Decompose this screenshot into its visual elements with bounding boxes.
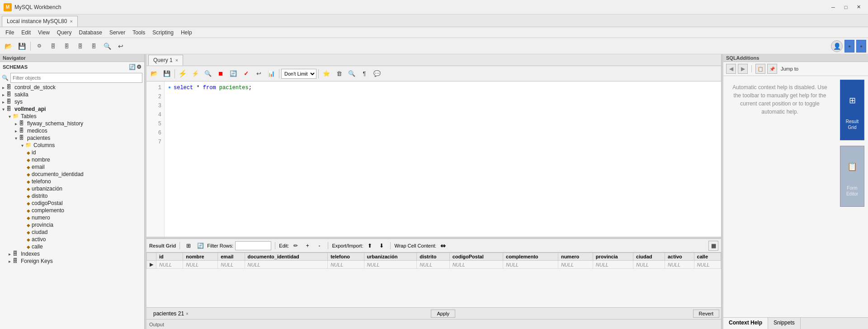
nav-forward-btn[interactable]: ▶ <box>738 64 748 74</box>
menu-tools[interactable]: Tools <box>129 29 149 37</box>
cell-codigopostal[interactable]: NULL <box>449 261 503 269</box>
q-refresh-btn[interactable]: 🔄 <box>227 68 239 80</box>
cell-telefono[interactable]: NULL <box>328 261 364 269</box>
rt-export-btn[interactable]: ⬆ <box>365 241 375 251</box>
cell-provincia[interactable]: NULL <box>593 261 633 269</box>
result-grid-side-btn[interactable]: ⊞ ResultGrid <box>840 80 864 140</box>
col-codigo-postal[interactable]: codigoPostal <box>449 253 503 261</box>
rt-edit-btn[interactable]: ✏ <box>291 241 301 251</box>
tb-view-btn[interactable]: 🗄 <box>60 40 73 52</box>
tree-item[interactable]: ▾📁Tables <box>0 113 144 120</box>
filter-rows-input[interactable] <box>235 241 271 250</box>
rt-grid-icon-btn[interactable]: ⊞ <box>184 241 193 251</box>
col-ciudad[interactable]: ciudad <box>633 253 665 261</box>
menu-edit[interactable]: Edit <box>18 29 34 37</box>
tb-search-btn[interactable]: 🔍 <box>101 40 113 52</box>
result-grid-label[interactable]: Result Grid <box>149 243 176 248</box>
schema-add-icon[interactable]: ⚙ <box>137 64 142 70</box>
tb-save-btn[interactable]: 💾 <box>15 40 28 52</box>
cell-activo[interactable]: NULL <box>665 261 694 269</box>
cell-calle[interactable]: NULL <box>694 261 721 269</box>
maximize-button[interactable]: □ <box>840 3 852 12</box>
tree-collapse-icon[interactable]: ▾ <box>19 143 25 148</box>
cell-distrito[interactable]: NULL <box>417 261 450 269</box>
apply-button[interactable]: Apply <box>431 310 455 318</box>
tree-collapse-icon[interactable]: ▾ <box>6 114 13 119</box>
result-tab-close[interactable]: × <box>186 311 189 316</box>
result-tab[interactable]: pacientes 21 × <box>148 309 193 318</box>
form-editor-side-btn[interactable]: 📋 FormEditor <box>840 146 864 206</box>
col-numero[interactable]: numero <box>558 253 593 261</box>
q-explain-btn[interactable]: 🔍 <box>202 68 214 80</box>
tb-undo-btn[interactable]: ↩ <box>114 40 127 52</box>
q-open-btn[interactable]: 📂 <box>148 68 160 80</box>
col-nombre[interactable]: nombre <box>183 253 218 261</box>
nav-copy-btn[interactable]: 📋 <box>755 64 765 74</box>
tree-expand-icon[interactable]: ▸ <box>13 129 19 134</box>
cell-complemento[interactable]: NULL <box>503 261 558 269</box>
cell-ciudad[interactable]: NULL <box>633 261 665 269</box>
filter-input[interactable] <box>10 73 142 83</box>
tb-func-btn[interactable]: 🗄 <box>87 40 100 52</box>
tree-item[interactable]: ◆calle <box>0 243 144 250</box>
tree-item[interactable]: ◆ciudad <box>0 229 144 236</box>
tree-collapse-icon[interactable]: ▾ <box>0 107 6 112</box>
tree-item[interactable]: ◆activo <box>0 236 144 243</box>
rt-import-btn[interactable]: ⬇ <box>377 241 387 251</box>
menu-server[interactable]: Server <box>106 29 129 37</box>
tree-item[interactable]: ▾📁Columns <box>0 142 144 149</box>
rt-del-row-btn[interactable]: - <box>314 241 324 251</box>
menu-view[interactable]: View <box>34 29 53 37</box>
tree-item[interactable]: ▾🗄vollmed_api <box>0 105 144 113</box>
tree-item[interactable]: ▸🗄sys <box>0 98 144 105</box>
context-help-tab[interactable]: Context Help <box>723 318 768 329</box>
query-tab-close[interactable]: × <box>175 57 178 63</box>
tree-item[interactable]: ▸🗄control_de_stock <box>0 84 144 91</box>
tree-expand-icon[interactable]: ▸ <box>0 100 6 105</box>
tree-item[interactable]: ▸🗄medicos <box>0 127 144 134</box>
col-email[interactable]: email <box>218 253 245 261</box>
menu-file[interactable]: File <box>2 29 18 37</box>
minimize-button[interactable]: ─ <box>827 3 839 12</box>
menu-database[interactable]: Database <box>75 29 106 37</box>
col-provincia[interactable]: provincia <box>593 253 633 261</box>
q-execute-current-btn[interactable]: ⚡ <box>189 68 201 80</box>
col-telefono[interactable]: telefono <box>328 253 364 261</box>
tree-expand-icon[interactable]: ▸ <box>6 259 13 264</box>
revert-button[interactable]: Revert <box>693 310 719 318</box>
menu-help[interactable]: Help <box>177 29 196 37</box>
q-clear-btn[interactable]: 🗑 <box>333 68 345 80</box>
tb-layout-btn1[interactable]: ▪ <box>844 40 854 52</box>
menu-query[interactable]: Query <box>53 29 75 37</box>
tree-item[interactable]: ◆telefono <box>0 178 144 185</box>
tree-item[interactable]: ▸🗄flyway_schema_history <box>0 120 144 127</box>
rt-wrap-btn[interactable]: ⇔ <box>438 241 448 251</box>
rt-toggle-btn[interactable]: ▦ <box>708 241 718 251</box>
col-documento[interactable]: documento_identidad <box>245 253 328 261</box>
cell-urbanizacion[interactable]: NULL <box>364 261 417 269</box>
menu-scripting[interactable]: Scripting <box>149 29 177 37</box>
q-bookmark-btn[interactable]: ⭐ <box>321 68 332 80</box>
col-id[interactable]: id <box>156 253 183 261</box>
tree-item[interactable]: ◆id <box>0 149 144 156</box>
rt-refresh-btn[interactable]: 🔄 <box>195 241 205 251</box>
tree-item[interactable]: ▸🗄Indexes <box>0 250 144 257</box>
tree-item[interactable]: ◆provincia <box>0 221 144 229</box>
tree-expand-icon[interactable]: ▸ <box>13 121 19 126</box>
code-content[interactable]: ● select * from pacientes; ● ● ● ● ● ● <box>165 81 721 237</box>
col-urbanizacion[interactable]: urbanización <box>364 253 417 261</box>
q-comment-btn[interactable]: 💬 <box>371 68 383 80</box>
code-editor[interactable]: 1234567 ● select * from pacientes; ● ● ●… <box>146 81 721 237</box>
q-find-btn[interactable]: 🔍 <box>346 68 358 80</box>
tb-open-btn[interactable]: 📂 <box>2 40 14 52</box>
q-stop-btn[interactable]: ⏹ <box>215 68 226 80</box>
tree-item[interactable]: ◆email <box>0 163 144 171</box>
tb-table-btn[interactable]: 🗄 <box>47 40 59 52</box>
q-rollback-btn[interactable]: ↩ <box>253 68 264 80</box>
schema-refresh-icon[interactable]: 🔄 <box>129 64 136 70</box>
nav-back-btn[interactable]: ◀ <box>726 64 736 74</box>
cell-numero[interactable]: NULL <box>558 261 593 269</box>
q-commit-btn[interactable]: ✓ <box>240 68 252 80</box>
tb-layout-btn2[interactable]: ▪ <box>856 40 866 52</box>
tree-item[interactable]: ▾🗄pacientes <box>0 134 144 142</box>
